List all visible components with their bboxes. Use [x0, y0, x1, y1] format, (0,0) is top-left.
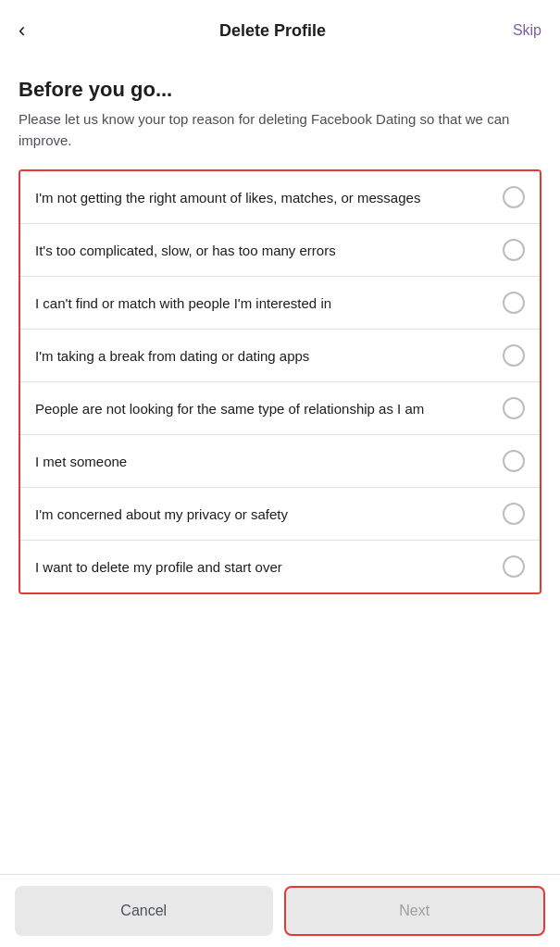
radio-circle-3[interactable] [503, 292, 525, 314]
option-text-4: I'm taking a break from dating or dating… [35, 346, 503, 366]
option-text-1: I'm not getting the right amount of like… [35, 188, 503, 207]
option-text-7: I'm concerned about my privacy or safety [35, 505, 503, 524]
radio-circle-2[interactable] [503, 239, 525, 261]
option-item-2[interactable]: It's too complicated, slow, or has too m… [20, 224, 540, 277]
cancel-button[interactable]: Cancel [15, 886, 273, 936]
option-item-1[interactable]: I'm not getting the right amount of like… [20, 171, 540, 224]
header: ‹ Delete Profile Skip [0, 0, 560, 56]
option-text-2: It's too complicated, slow, or has too m… [35, 241, 503, 260]
option-item-8[interactable]: I want to delete my profile and start ov… [20, 541, 540, 592]
options-list: I'm not getting the right amount of like… [19, 169, 541, 594]
radio-circle-7[interactable] [503, 503, 525, 525]
next-button[interactable]: Next [284, 886, 546, 936]
option-text-6: I met someone [35, 452, 503, 471]
before-title: Before you go... [19, 78, 541, 102]
option-item-3[interactable]: I can't find or match with people I'm in… [20, 277, 540, 330]
radio-circle-1[interactable] [503, 186, 525, 208]
option-item-5[interactable]: People are not looking for the same type… [20, 382, 540, 435]
option-text-5: People are not looking for the same type… [35, 399, 503, 418]
radio-circle-8[interactable] [503, 555, 525, 578]
option-item-6[interactable]: I met someone [20, 435, 540, 488]
back-button[interactable]: ‹ [19, 15, 32, 46]
before-subtitle: Please let us know your top reason for d… [19, 109, 541, 151]
radio-circle-5[interactable] [503, 397, 525, 419]
option-item-4[interactable]: I'm taking a break from dating or dating… [20, 330, 540, 382]
option-item-7[interactable]: I'm concerned about my privacy or safety [20, 488, 540, 541]
option-text-8: I want to delete my profile and start ov… [35, 557, 503, 577]
main-content: Before you go... Please let us know your… [0, 56, 560, 594]
radio-circle-4[interactable] [503, 344, 525, 367]
radio-circle-6[interactable] [503, 450, 525, 472]
page-title: Delete Profile [32, 21, 513, 41]
skip-button[interactable]: Skip [513, 22, 541, 39]
option-text-3: I can't find or match with people I'm in… [35, 293, 503, 313]
footer: Cancel Next [0, 874, 560, 947]
